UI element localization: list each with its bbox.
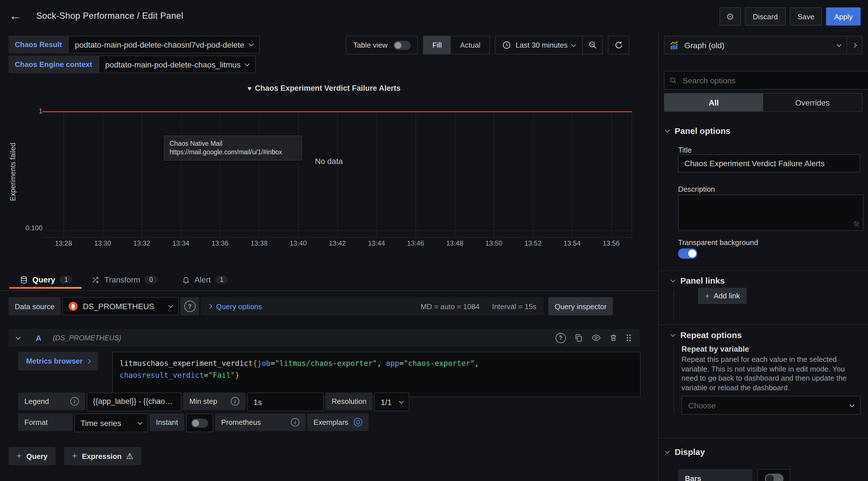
x-tick-label: 13:56 [599,239,624,247]
panel-settings-button[interactable]: ⚙ [719,7,741,26]
drag-handle-icon[interactable] [626,333,631,342]
query-help-icon[interactable]: ? [556,333,566,343]
warning-icon: ⚠ [126,451,133,460]
x-tick-label: 13:44 [364,239,389,247]
add-expression-button[interactable]: + Expression ⚠ [64,447,141,465]
section-panel-options[interactable]: Panel options [665,126,731,136]
toggle-viz-picker-button[interactable] [846,36,862,54]
tab-transform[interactable]: Transform 0 [91,271,157,289]
duplicate-icon[interactable] [574,333,583,342]
chevron-down-icon [665,449,670,453]
add-query-label: Query [26,452,48,460]
chart-panel: ♥Chaos Experiment Verdict Failure Alerts… [8,77,640,254]
toggle-visibility-icon[interactable] [591,333,601,342]
chevron-right-icon [208,304,212,309]
x-tick-label: 13:36 [208,239,232,247]
datasource-picker[interactable]: DS_PROMETHEUS [62,297,179,315]
datasource-help-button[interactable]: ? [180,297,199,315]
transparent-bg-label: Transparent background [678,238,758,247]
legend-field: Legend i [18,392,85,410]
add-query-button[interactable]: + Query [8,447,56,465]
repeat-by-variable-label: Repeat by variable [681,345,749,353]
x-tick-label: 13:54 [560,239,585,247]
collapse-chevron-icon[interactable] [16,335,21,339]
view-toolbar: Table view Fill Actual Last 30 minutes [346,36,629,55]
chevron-down-icon [850,402,855,407]
chart-tooltip: Chaos Native Mail https://mail.google.co… [164,136,302,160]
chevron-down-icon [671,277,676,282]
page-title: Sock-Shop Performance / Edit Panel [36,11,183,21]
chevron-down-icon [249,41,253,46]
instant-toggle-box [186,414,213,432]
plot-area[interactable] [42,108,632,238]
discard-button[interactable]: Discard [745,7,786,26]
chevron-down-icon [168,303,173,308]
legend-input[interactable]: {{app_label}} - {{chaos… [87,392,181,411]
description-textarea[interactable] [678,194,864,231]
query-options-bar: Query options MD = auto = 1084 Interval … [201,297,544,315]
filter-all[interactable]: All [664,94,763,111]
visualization-name: Graph (old) [684,40,832,50]
section-repeat-options[interactable]: Repeat options [671,330,742,340]
exemplars-label: Exemplars [313,418,348,426]
tooltip-title: Chaos Native Mail [169,140,297,148]
time-range-picker[interactable]: Last 30 minutes [496,36,583,54]
visualization-picker[interactable]: Graph (old) [664,40,846,50]
tooltip-url: https://mail.google.com/mail/u/1/#inbox [169,148,297,156]
add-expression-label: Expression [82,452,122,460]
clock-icon [503,41,511,49]
query-row-actions: ? [556,333,631,343]
datasource-toolbar: Data source DS_PROMETHEUS ? Query option… [8,297,613,315]
resize-handle[interactable] [854,221,859,226]
filter-overrides[interactable]: Overrides [763,94,862,111]
chevron-down-icon [571,42,576,47]
bars-toggle[interactable] [765,474,783,481]
variable-label: Chaos Engine context [8,56,98,73]
x-tick-label: 13:52 [521,239,546,247]
bars-label: Bars [678,469,752,481]
panel-title-input[interactable] [678,154,860,173]
actual-option[interactable]: Actual [451,36,490,54]
query-row-header[interactable]: A (DS_PROMETHEUS) ? [8,329,640,347]
back-arrow-icon[interactable]: ← [9,10,22,22]
min-step-input[interactable]: 1s [247,392,324,411]
apply-button[interactable]: Apply [826,7,861,26]
refresh-button[interactable] [608,36,629,55]
repeat-variable-select[interactable]: Choose [681,396,861,415]
table-view-toggle[interactable] [393,40,410,50]
zoom-out-button[interactable] [583,36,602,54]
variable-value-dropdown[interactable]: podtato-main-pod-delete-chaosnl7vd-pod-d… [68,36,260,53]
x-tick-label: 13:32 [129,239,154,247]
delete-icon[interactable] [610,333,617,342]
fill-option[interactable]: Fill [423,36,451,54]
query-options-toggle[interactable]: Query options [216,302,262,310]
section-divider [659,438,868,439]
tab-alert[interactable]: Alert 1 [182,271,228,289]
time-range-label: Last 30 minutes [516,41,568,49]
bell-icon [182,275,190,284]
resolution-value: 1/1 [381,397,392,407]
instant-toggle[interactable] [191,418,208,427]
promql-code[interactable]: litmuschaos_experiment_verdict{job="litm… [112,352,641,397]
chevron-down-icon [138,420,143,425]
add-link-button[interactable]: + Add link [698,288,747,304]
section-display[interactable]: Display [665,447,705,457]
header: ← Sock-Shop Performance / Edit Panel ⚙ D… [0,0,868,32]
panel-header[interactable]: ♥Chaos Experiment Verdict Failure Alerts [8,84,640,92]
transparent-bg-toggle[interactable] [678,248,698,259]
variable-value-dropdown[interactable]: podtato-main-pod-delete-chaos_litmus [98,56,256,73]
format-select[interactable]: Time series [74,414,148,432]
metrics-browser-button[interactable]: Metrics browser [18,352,98,370]
save-button[interactable]: Save [790,7,823,26]
options-filter-radio: All Overrides [664,93,862,112]
exemplars-icon[interactable] [354,418,363,426]
tab-query[interactable]: Query 1 [20,271,72,289]
gridline [63,112,64,237]
metrics-browser-label: Metrics browser [26,357,83,365]
options-search-input[interactable] [681,75,867,85]
section-panel-links[interactable]: Panel links [671,276,725,285]
min-step-field: Min step i [183,392,246,410]
resolution-select[interactable]: 1/1 [374,392,410,411]
add-link-label: Add link [714,292,740,300]
query-inspector-button[interactable]: Query inspector [548,297,613,315]
